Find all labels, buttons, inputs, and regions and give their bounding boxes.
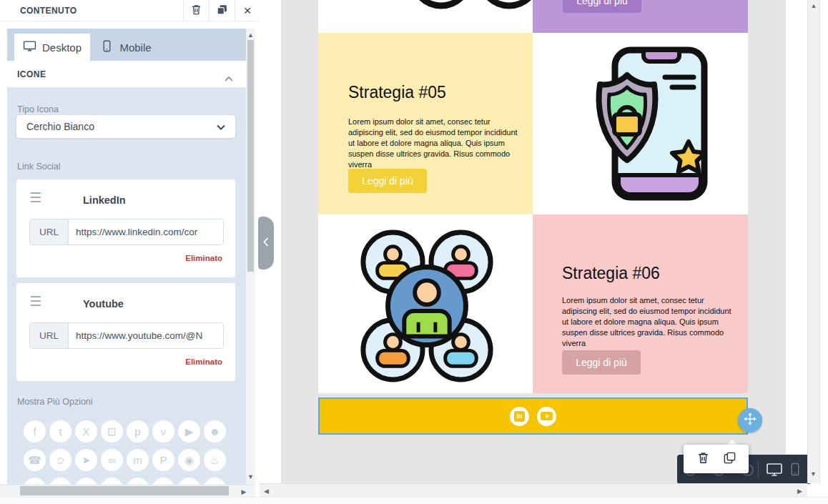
- tab-desktop[interactable]: Desktop: [14, 34, 90, 61]
- strategia-05-body: Lorem ipsum dolor sit amet, consec tetur…: [348, 117, 518, 170]
- email-cell-people-illustration[interactable]: [318, 214, 533, 393]
- drag-handle-icon[interactable]: ☰: [29, 293, 41, 310]
- snapchat-icon[interactable]: ☻: [204, 420, 226, 443]
- social-link-name: LinkedIn: [83, 194, 126, 206]
- tab-desktop-label: Desktop: [42, 41, 82, 54]
- move-arrows-icon: [743, 412, 757, 429]
- panel-hscroll-thumb[interactable]: [20, 486, 229, 495]
- vimeo-icon[interactable]: v: [152, 420, 174, 443]
- move-block-handle[interactable]: [738, 408, 762, 433]
- close-panel-button[interactable]: ×: [235, 0, 260, 21]
- meetup-icon[interactable]: m: [127, 449, 149, 471]
- youtube-url-input[interactable]: [69, 323, 223, 348]
- duplicate-icon: [216, 4, 228, 19]
- icon-type-select[interactable]: Cerchio Bianco: [16, 114, 236, 139]
- whatsapp-icon[interactable]: ☎: [24, 449, 46, 471]
- more-options-label: Mostra Più Opzioni: [17, 397, 93, 407]
- delete-block-button[interactable]: [183, 0, 209, 21]
- panel-header: CONTENUTO ×: [0, 0, 260, 21]
- instagram-icon[interactable]: ⊡: [101, 420, 123, 443]
- drag-handle-icon[interactable]: ☰: [29, 189, 41, 206]
- tripadvisor-icon[interactable]: ∞: [101, 449, 123, 471]
- selected-social-icons-row[interactable]: in: [318, 397, 748, 435]
- panel-title: CONTENUTO: [20, 0, 77, 21]
- window-bottom-edge: [0, 497, 828, 504]
- social-link-card-youtube: ☰ Youtube URL Eliminato: [16, 282, 236, 382]
- canvas-vertical-scrollbar[interactable]: ▲: [807, 0, 820, 483]
- icone-section-title: ICONE: [17, 69, 46, 79]
- chevron-up-icon[interactable]: [225, 71, 233, 84]
- tinder-icon[interactable]: ♨: [204, 449, 226, 471]
- youtube-icon[interactable]: [537, 407, 556, 426]
- social-link-card-linkedin: ☰ LinkedIn URL Eliminato: [16, 179, 236, 278]
- chevron-left-icon: [263, 237, 269, 249]
- pinterest-icon[interactable]: p: [127, 420, 149, 443]
- leggi-di-piu-button[interactable]: Leggi di più: [563, 0, 641, 13]
- tab-mobile[interactable]: Mobile: [90, 34, 162, 61]
- scroll-right-arrow[interactable]: ▶: [237, 488, 251, 495]
- email-cell-cropped-illustration[interactable]: [318, 0, 533, 33]
- desktop-icon: [23, 40, 36, 54]
- collapse-panel-handle[interactable]: [258, 217, 274, 270]
- email-cell-strategia-05[interactable]: Strategia #05 Lorem ipsum dolor sit amet…: [318, 33, 533, 214]
- icon-type-label: Tipo Icona: [17, 104, 59, 114]
- linkedin-icon[interactable]: in: [510, 407, 529, 426]
- url-field-group: URL: [29, 219, 224, 245]
- rss-icon[interactable]: ◉: [178, 449, 200, 471]
- icon-type-value: Cerchio Bianco: [26, 121, 217, 132]
- twitter-icon[interactable]: t: [49, 420, 72, 443]
- leggi-di-piu-button[interactable]: Leggi di più: [348, 169, 427, 193]
- reddit-icon[interactable]: ☺: [49, 449, 72, 471]
- scroll-down-arrow[interactable]: ▼: [246, 473, 255, 480]
- mobile-icon: [100, 40, 114, 54]
- chevron-down-icon: [217, 120, 225, 133]
- youtube-icon[interactable]: ▶: [178, 420, 200, 443]
- cropped-illustration: [318, 0, 533, 33]
- url-field-group: URL: [29, 322, 224, 349]
- social-link-name: Youtube: [83, 298, 124, 310]
- messenger-icon[interactable]: ➤: [75, 449, 97, 471]
- block-actions-popup: [684, 445, 749, 473]
- strategia-06-body: Lorem ipsum dolor sit amet, consec tetur…: [562, 295, 735, 349]
- strategia-06-title: Strategia #06: [562, 264, 660, 283]
- duplicate-row-button[interactable]: [723, 451, 736, 468]
- link-social-label: Link Social: [17, 162, 60, 172]
- canvas-horizontal-scrollbar[interactable]: [260, 483, 807, 497]
- url-prefix-label: URL: [30, 219, 69, 244]
- linkedin-url-input[interactable]: [69, 219, 223, 244]
- people-network-illustration: [356, 223, 498, 389]
- scroll-left-arrow[interactable]: ◀: [262, 488, 271, 495]
- email-builder-window: CONTENUTO × Desktop Mobile ICONE Tipo Ic…: [0, 0, 828, 504]
- tab-mobile-label: Mobile: [119, 41, 151, 54]
- toolbar-divider: [758, 461, 759, 478]
- x-twitter-icon[interactable]: X: [75, 420, 97, 443]
- delete-row-button[interactable]: [696, 451, 710, 468]
- parler-icon[interactable]: P: [152, 449, 174, 471]
- social-icon-grid: ftX⊡pv▶☻☎☺➤∞mP◉♨t▤♫≈✶V⊙••: [24, 420, 232, 495]
- email-cell-top-purple[interactable]: Leggi di più: [533, 0, 748, 33]
- eliminato-link[interactable]: Eliminato: [185, 254, 222, 262]
- email-cell-strategia-06[interactable]: Strategia #06 Lorem ipsum dolor sit amet…: [533, 214, 748, 393]
- strategia-05-title: Strategia #05: [348, 83, 446, 102]
- scroll-down-arrow[interactable]: ▼: [809, 470, 818, 478]
- facebook-icon[interactable]: f: [24, 420, 46, 443]
- leggi-di-piu-button[interactable]: Leggi di più: [562, 350, 641, 375]
- security-phone-illustration: [583, 43, 747, 211]
- duplicate-block-button[interactable]: [209, 0, 235, 21]
- scroll-up-arrow[interactable]: ▲: [246, 31, 255, 39]
- scroll-right-arrow[interactable]: ▶: [795, 488, 804, 495]
- eliminato-link[interactable]: Eliminato: [185, 357, 222, 366]
- email-cell-phone-illustration[interactable]: [533, 33, 748, 214]
- close-icon: ×: [243, 0, 251, 21]
- panel-vscroll-thumb[interactable]: [247, 40, 254, 272]
- url-prefix-label: URL: [30, 323, 69, 348]
- desktop-view-icon[interactable]: [766, 463, 783, 480]
- scroll-up-arrow[interactable]: ▲: [809, 2, 819, 9]
- mobile-view-icon[interactable]: [790, 463, 800, 479]
- trash-icon: [190, 4, 202, 19]
